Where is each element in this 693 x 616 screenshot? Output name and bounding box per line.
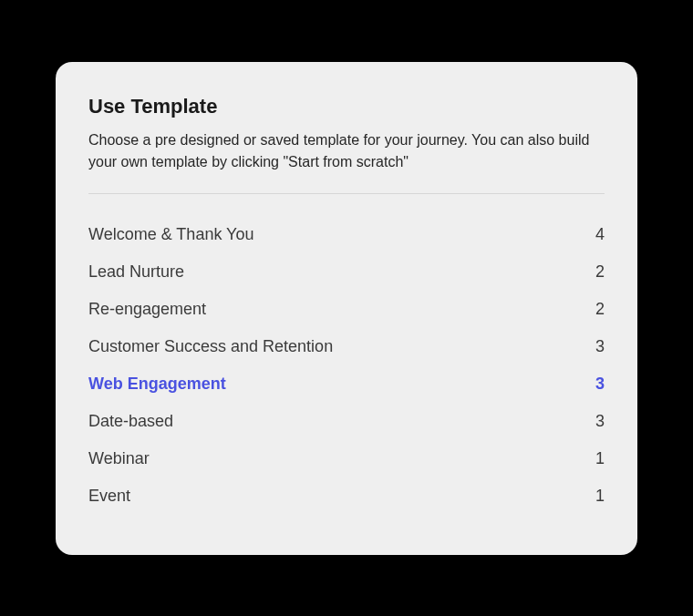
template-item-count: 3 (595, 337, 605, 356)
template-item-count: 3 (595, 412, 605, 431)
template-item-label: Welcome & Thank You (88, 225, 253, 244)
template-item-welcome-thank-you[interactable]: Welcome & Thank You 4 (88, 216, 605, 253)
template-item-count: 1 (595, 487, 605, 506)
template-item-label: Event (88, 487, 130, 506)
template-item-webinar[interactable]: Webinar 1 (88, 440, 605, 477)
template-item-label: Web Engagement (88, 375, 226, 394)
template-item-count: 2 (595, 262, 605, 282)
template-list: Welcome & Thank You 4 Lead Nurture 2 Re-… (88, 216, 605, 515)
template-item-count: 3 (595, 375, 605, 394)
card-description: Choose a pre designed or saved template … (88, 129, 605, 173)
template-picker-card: Use Template Choose a pre designed or sa… (56, 62, 637, 555)
divider (88, 193, 605, 194)
template-item-label: Re-engagement (88, 300, 206, 319)
template-item-date-based[interactable]: Date-based 3 (88, 403, 605, 440)
template-item-count: 4 (595, 225, 605, 244)
template-item-web-engagement[interactable]: Web Engagement 3 (88, 365, 605, 403)
template-item-re-engagement[interactable]: Re-engagement 2 (88, 291, 605, 328)
template-item-label: Date-based (88, 412, 173, 431)
card-title: Use Template (88, 95, 605, 118)
template-item-count: 1 (595, 449, 605, 468)
template-item-label: Webinar (88, 449, 150, 468)
template-item-label: Lead Nurture (88, 262, 184, 282)
template-item-lead-nurture[interactable]: Lead Nurture 2 (88, 253, 605, 291)
template-item-customer-success[interactable]: Customer Success and Retention 3 (88, 328, 605, 365)
template-item-event[interactable]: Event 1 (88, 477, 605, 515)
template-item-label: Customer Success and Retention (88, 337, 333, 356)
template-item-count: 2 (595, 300, 605, 319)
